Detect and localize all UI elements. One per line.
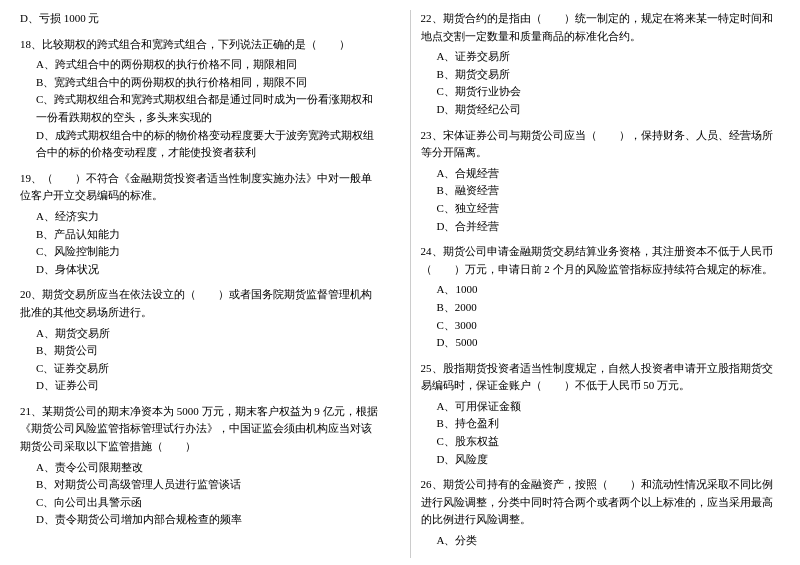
question-21: 21、某期货公司的期末净资本为 5000 万元，期末客户权益为 9 亿元，根据《… xyxy=(20,403,380,529)
question-23-text: 23、宋体证券公司与期货公司应当（ ），保持财务、人员、经营场所等分开隔离。 xyxy=(421,127,781,162)
q23-option-d: D、合并经营 xyxy=(421,218,781,236)
q22-option-a: A、证券交易所 xyxy=(421,48,781,66)
q20-option-d: D、证券公司 xyxy=(20,377,380,395)
q25-option-a: A、可用保证金额 xyxy=(421,398,781,416)
q23-option-c: C、独立经营 xyxy=(421,200,781,218)
q25-option-b: B、持仓盈利 xyxy=(421,415,781,433)
question-19-text: 19、（ ）不符合《金融期货投资者适当性制度实施办法》中对一般单位客户开立交易编… xyxy=(20,170,380,205)
q20-option-c: C、证券交易所 xyxy=(20,360,380,378)
q22-option-b: B、期货交易所 xyxy=(421,66,781,84)
q25-option-d: D、风险度 xyxy=(421,451,781,469)
question-21-text: 21、某期货公司的期末净资本为 5000 万元，期末客户权益为 9 亿元，根据《… xyxy=(20,403,380,456)
question-23: 23、宋体证券公司与期货公司应当（ ），保持财务、人员、经营场所等分开隔离。 A… xyxy=(421,127,781,236)
q20-option-b: B、期货公司 xyxy=(20,342,380,360)
question-24: 24、期货公司申请金融期货交易结算业务资格，其注册资本不低于人民币（ ）万元，申… xyxy=(421,243,781,352)
question-d-1000-text: D、亏损 1000 元 xyxy=(20,10,380,28)
q19-option-a: A、经济实力 xyxy=(20,208,380,226)
q19-option-d: D、身体状况 xyxy=(20,261,380,279)
q20-option-a: A、期货交易所 xyxy=(20,325,380,343)
question-22-text: 22、期货合约的是指由（ ）统一制定的，规定在将来某一特定时间和地点交割一定数量… xyxy=(421,10,781,45)
q18-option-c: C、跨式期权组合和宽跨式期权组合都是通过同时成为一份看涨期权和一份看跌期权的空头… xyxy=(20,91,380,126)
q21-option-b: B、对期货公司高级管理人员进行监管谈话 xyxy=(20,476,380,494)
q18-option-b: B、宽跨式组合中的两份期权的执行价格相同，期限不同 xyxy=(20,74,380,92)
q24-option-a: A、1000 xyxy=(421,281,781,299)
q22-option-c: C、期货行业协会 xyxy=(421,83,781,101)
question-26: 26、期货公司持有的金融资产，按照（ ）和流动性情况采取不同比例进行风险调整，分… xyxy=(421,476,781,549)
right-column: 22、期货合约的是指由（ ）统一制定的，规定在将来某一特定时间和地点交割一定数量… xyxy=(410,10,781,558)
question-20-text: 20、期货交易所应当在依法设立的（ ）或者国务院期货监督管理机构批准的其他交易场… xyxy=(20,286,380,321)
q23-option-b: B、融资经营 xyxy=(421,182,781,200)
question-18: 18、比较期权的跨式组合和宽跨式组合，下列说法正确的是（ ） A、跨式组合中的两… xyxy=(20,36,380,162)
q21-option-a: A、责令公司限期整改 xyxy=(20,459,380,477)
q26-option-a: A、分类 xyxy=(421,532,781,550)
q24-option-d: D、5000 xyxy=(421,334,781,352)
question-20: 20、期货交易所应当在依法设立的（ ）或者国务院期货监督管理机构批准的其他交易场… xyxy=(20,286,380,395)
q19-option-c: C、风险控制能力 xyxy=(20,243,380,261)
left-column: D、亏损 1000 元 18、比较期权的跨式组合和宽跨式组合，下列说法正确的是（… xyxy=(20,10,390,558)
q22-option-d: D、期货经纪公司 xyxy=(421,101,781,119)
q25-option-c: C、股东权益 xyxy=(421,433,781,451)
q18-option-a: A、跨式组合中的两份期权的执行价格不同，期限相同 xyxy=(20,56,380,74)
q21-option-d: D、责令期货公司增加内部合规检查的频率 xyxy=(20,511,380,529)
q18-option-d: D、成跨式期权组合中的标的物价格变动程度要大于波旁宽跨式期权组合中的标的价格变动… xyxy=(20,127,380,162)
two-column-layout: D、亏损 1000 元 18、比较期权的跨式组合和宽跨式组合，下列说法正确的是（… xyxy=(20,10,780,558)
q19-option-b: B、产品认知能力 xyxy=(20,226,380,244)
question-18-text: 18、比较期权的跨式组合和宽跨式组合，下列说法正确的是（ ） xyxy=(20,36,380,54)
q24-option-b: B、2000 xyxy=(421,299,781,317)
question-22: 22、期货合约的是指由（ ）统一制定的，规定在将来某一特定时间和地点交割一定数量… xyxy=(421,10,781,119)
question-d-1000: D、亏损 1000 元 xyxy=(20,10,380,28)
q21-option-c: C、向公司出具警示函 xyxy=(20,494,380,512)
question-25-text: 25、股指期货投资者适当性制度规定，自然人投资者申请开立股指期货交易编码时，保证… xyxy=(421,360,781,395)
question-25: 25、股指期货投资者适当性制度规定，自然人投资者申请开立股指期货交易编码时，保证… xyxy=(421,360,781,469)
question-24-text: 24、期货公司申请金融期货交易结算业务资格，其注册资本不低于人民币（ ）万元，申… xyxy=(421,243,781,278)
question-26-text: 26、期货公司持有的金融资产，按照（ ）和流动性情况采取不同比例进行风险调整，分… xyxy=(421,476,781,529)
question-19: 19、（ ）不符合《金融期货投资者适当性制度实施办法》中对一般单位客户开立交易编… xyxy=(20,170,380,279)
q23-option-a: A、合规经营 xyxy=(421,165,781,183)
q24-option-c: C、3000 xyxy=(421,317,781,335)
page-container: D、亏损 1000 元 18、比较期权的跨式组合和宽跨式组合，下列说法正确的是（… xyxy=(0,0,800,565)
